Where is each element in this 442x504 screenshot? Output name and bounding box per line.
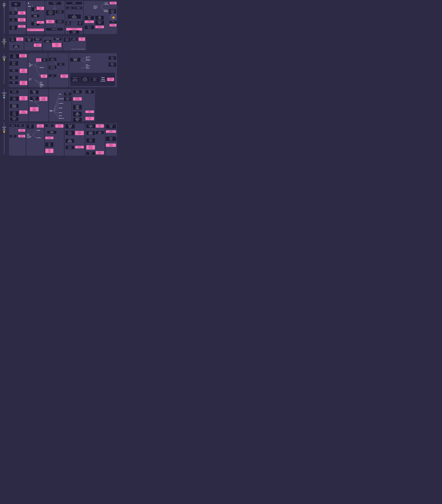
there-are: There are nopeople - youdon't care <box>85 26 94 29</box>
active-thinking: Activethinking <box>105 2 109 5</box>
great-life: Great lifeadvice <box>9 135 16 137</box>
svg-line-36 <box>54 100 59 111</box>
thoughts-nodes: Today you'llbe interestedwith today'sfie… <box>95 20 104 25</box>
working-sub2: It is should beyour primaryfocus at a ti… <box>55 10 64 14</box>
most-problems: Mostproblemspreferanswers <box>86 64 90 69</box>
copying-ok: Copyingis ok if... <box>47 131 56 134</box>
youre-own: You'reon yourown <box>95 16 104 20</box>
curiosity-orig: Curiosity tooriginalityrequires <box>70 58 80 62</box>
working-dark2: Not working on themost promising idea <box>46 28 63 31</box>
you-need: You needto find youraudience <box>86 131 95 135</box>
original-pink: Ideas of largeyou're theright topics <box>19 54 27 57</box>
from-per-pink: People cangive betterinformationthe <box>75 131 84 135</box>
wi-panel1: Trying, workingand pushinghard work Work… <box>9 89 28 121</box>
induce-passivity: Inducepassivity <box>85 110 94 113</box>
keep-puzzled-pink: Things thatwere puzzledto you <box>107 78 114 81</box>
gi-panel1: The mostoriginalthinkers doit naturally … <box>9 53 28 87</box>
gla-panel2: What youcan tellaboutthem You canbeginim… <box>26 123 44 156</box>
interest-node: Whereyou areinterested <box>9 18 17 21</box>
gwa-panel1: Being thebest iseasier thanit seems When… <box>9 36 24 50</box>
nerds-ask: Nerdsask theworld <box>52 43 61 47</box>
being-easier: Being thebest iseasier thanit seems <box>9 37 16 42</box>
power-label: Power <box>59 115 62 116</box>
tactics-get: Tactics youcouldget <box>85 117 94 120</box>
think-writing-pink: Strategicdifferentbecause ofwhat you kno… <box>20 69 27 73</box>
change-topics: Changetopics <box>9 81 18 84</box>
work-with: Work andquestion andansweringwork <box>109 62 116 67</box>
gwa-panel4: Drive andambition is0.8 discussto the fl… <box>63 36 86 50</box>
depth-below-pink: Depth andattitude ofyour work <box>106 144 116 147</box>
thinking-panel: Activethinking Passivethinking Different… <box>84 1 117 34</box>
frontier-tip: You need to pick ideas that are actually… <box>27 29 44 31</box>
four-steps-panel: 4steps Go tothefrontier Requireshardwork… <box>27 1 45 34</box>
drive: Drive andambition is0.8 discussto the fl… <box>64 37 70 42</box>
quality: Quality <box>37 130 40 131</box>
being-easier-pink: When tryingyour ownexpectations <box>16 37 23 41</box>
gi-panel4: Curiosity tooriginalityrequires Question… <box>69 53 117 87</box>
working-dark1: Your ideas willhave somethinginteresting <box>55 20 64 23</box>
some-attributes: Someattributeshaveflaws <box>45 149 54 153</box>
helps-you: Helps youknow whereyou're going <box>73 97 82 101</box>
ask-it: Ask it orjust onlyanswering <box>109 56 116 60</box>
gla-panel3: You can stepadmittedly It's a greatway t… <box>45 123 64 156</box>
person-img-placeholder: 🧑 <box>110 14 116 20</box>
lead-attitude: Lead attitudeof youraudience <box>86 152 95 155</box>
find-place: Find andown thisplace <box>66 124 75 128</box>
work-sufficient: Work iscumulativeefficientand evolves <box>10 97 18 101</box>
svg-line-40 <box>54 111 59 118</box>
also-hard-node: Alsohard work <box>37 21 44 24</box>
high-risk: High-risk+ highreward <box>30 90 38 94</box>
openness-label: Openness <box>59 98 64 100</box>
the-key-2: The keyworks intoboth intotasks andand e… <box>10 111 18 116</box>
great-things: Greatthingsare slowlyinstalled <box>27 133 33 138</box>
efforts-low1: This bookliterallygets in theway of you <box>66 21 71 25</box>
time-label: Time <box>59 93 61 95</box>
efficiency-label: Efficiency <box>59 118 64 119</box>
change-topics-pink: Stepping intoa naturalhistory ofthese id… <box>20 81 27 85</box>
depth-approach: Depth-firstapproach ismore to whatyou wa… <box>86 145 95 149</box>
gwa-label: Greatworkattributes ⚡ <box>0 38 8 46</box>
how-attitude: Howattitudecould pushyou <box>73 112 82 116</box>
dont-go: Don'tgo there <box>96 131 104 134</box>
four-steps-label: 4steps <box>28 2 31 7</box>
an-original-idea: Anoriginalidea <box>29 63 35 67</box>
find-field-panel: Find a field Where youhave naturalabilit… <box>9 1 26 34</box>
you-dont: You don'tmakemistakescopying <box>45 142 54 147</box>
what-you-do: What youcan tellaboutthem <box>27 124 34 128</box>
some-great: Some greatsome gooddone forothers <box>106 124 116 128</box>
return-young: Return to whatyou wereinterestedwere you… <box>91 77 99 81</box>
dont-affect: Don'taffect thisany people <box>66 139 74 143</box>
efforts-low3: It cannotexist inthe gainjust <box>78 21 83 25</box>
dont-give-up: Don't giveup toosoon <box>41 74 47 78</box>
pressure-on: Pressure onage to developin the process <box>49 66 56 69</box>
svg-line-26 <box>35 80 40 85</box>
wi-panel2: High-risk+ highreward We operatein suffi… <box>29 89 48 121</box>
frontier-goals: Frontier goalsfor the <box>110 20 116 23</box>
find-something: Findsomething... <box>49 74 56 77</box>
svg-line-21 <box>101 7 104 11</box>
dont-be-pink: People willrespect you <box>85 20 94 23</box>
quantity: quantity <box>37 137 41 139</box>
svg-line-29 <box>81 58 85 60</box>
pink-note-3: Could workat places <box>18 25 26 28</box>
questions-come: Questionscome fromanswering <box>10 104 18 108</box>
efforts-sub2: Postponementcomes easily <box>74 7 82 9</box>
how-to-see: How tosee it <box>29 78 35 81</box>
focus-questions: Focus onanswersto bigquestions <box>73 105 82 109</box>
svg-line-42 <box>33 135 37 138</box>
wi-panel3: Time Openness Freedom Energy Money Power… <box>49 89 72 121</box>
working-pink1: Working onideas is thehard way <box>46 20 54 23</box>
getting-ideas-section: Gettingideas 💡 The mostoriginalthinkers … <box>0 52 118 88</box>
curiosity-note: Curiositywas importantwhen we wereyoung.… <box>81 77 89 82</box>
planning-pointless: Planning isa pointlessart <box>10 117 18 121</box>
we-operate: We operatein sufficientmarkets <box>30 97 38 100</box>
energy-label: Energy <box>59 107 62 109</box>
people-will: People willfairness <box>34 38 41 41</box>
working-main: Working on ithard way <box>49 2 61 5</box>
having-work: Having workat the goal <box>95 26 104 28</box>
working-ideas-section: Workingonideas ⚙️ Trying, workingand pus… <box>0 88 118 122</box>
your-inner: Your inneraudiencewon't thinkabout <box>86 138 95 143</box>
apply-gla: Apply itto experience <box>18 129 25 132</box>
having-work2: Having workat the goal <box>110 24 116 26</box>
pink-note-2: Not key, tofollow whatyou're trying <box>18 18 26 21</box>
